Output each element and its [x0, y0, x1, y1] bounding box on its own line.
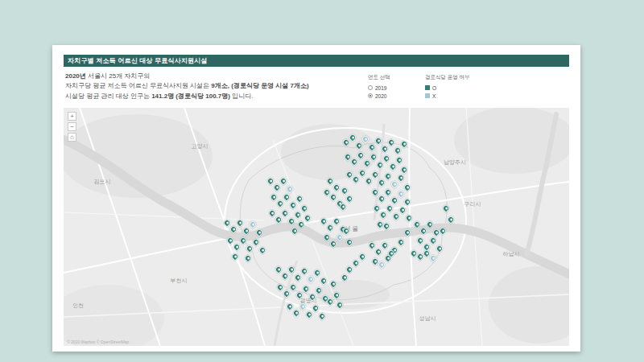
zoom-home-button[interactable]: ⌂ [68, 133, 76, 142]
city-label: 고양시 [192, 142, 208, 150]
summary-segment: 시설당 평균 관리 대상 인구는 [65, 93, 151, 100]
summary-line: 자치구당 평균 저소득 어르신 무료식사지원 시설은 9개소, (경로식당 운영… [65, 81, 569, 91]
year-filter: 연도 선택 20192020 [368, 74, 390, 100]
year-filter-options: 20192020 [368, 84, 390, 100]
summary-line: 2020년 서울시 25개 자치구의 [65, 72, 569, 81]
summary-segment: 2020년 [65, 72, 86, 80]
summary-segment: (경로식당 운영 시설 7개소) [229, 82, 309, 89]
summary-segment: 141.2명 (경로식당 100.7명) [151, 93, 230, 100]
desktop-background: 자치구별 저소득 어르신 대상 무료식사지원시설 2020년 서울시 25개 자… [0, 0, 644, 362]
dashboard-card: 자치구별 저소득 어르신 대상 무료식사지원시설 2020년 서울시 25개 자… [52, 45, 580, 352]
summary-text: 2020년 서울시 25개 자치구의자치구당 평균 저소득 어르신 무료식사지원… [65, 72, 569, 101]
city-label: 김포시 [94, 178, 111, 186]
year-option-2020[interactable]: 2020 [368, 92, 390, 100]
zoom-out-button[interactable]: − [68, 122, 76, 131]
summary-segment: 자치구당 평균 저소득 어르신 무료식사지원 시설은 [65, 82, 211, 89]
dashboard-title: 자치구별 저소득 어르신 대상 무료식사지원시설 [68, 57, 208, 64]
city-label: 남양주시 [444, 158, 466, 167]
year-option-label: 2019 [375, 85, 386, 91]
city-label: 구리시 [464, 200, 481, 208]
summary-segment: 9개소, [211, 82, 229, 89]
cafeteria-legend-label: 경로식당 운영 여부 [425, 74, 470, 81]
city-label: 부천시 [171, 277, 188, 285]
legend-item-label: X [432, 93, 436, 99]
summary-segment: 입니다. [230, 93, 253, 100]
dashboard-title-bar: 자치구별 저소득 어르신 대상 무료식사지원시설 [64, 55, 569, 67]
summary-segment: 서울시 25개 자치구의 [86, 72, 151, 80]
zoom-in-button[interactable]: + [68, 112, 76, 121]
legend-item-label: O [432, 85, 436, 91]
radio-icon[interactable] [368, 93, 373, 98]
year-option-2019[interactable]: 2019 [368, 84, 390, 92]
year-option-label: 2020 [375, 93, 386, 99]
map-controls: +−⌂ [68, 112, 76, 142]
city-label: 성남시 [419, 315, 436, 323]
cafeteria-legend: 경로식당 운영 여부 OX [425, 74, 470, 100]
legend-swatch [425, 93, 430, 98]
cafeteria-legend-items: OX [425, 84, 470, 100]
city-label: 인천 [72, 302, 84, 310]
legend-item-X[interactable]: X [425, 92, 470, 100]
radio-icon[interactable] [368, 85, 373, 90]
map-attribution: © 2020 Mapbox © OpenStreetMap [67, 339, 129, 344]
summary-line: 시설당 평균 관리 대상 인구는 141.2명 (경로식당 100.7명) 입니… [65, 92, 569, 101]
map-area[interactable]: 고양시김포시인천부천시광명시성남시하남시구리시남양주시서울 +−⌂ © 2020… [64, 108, 569, 346]
legend-item-O[interactable]: O [425, 84, 470, 92]
city-label: 하남시 [503, 250, 520, 258]
year-filter-label: 연도 선택 [368, 74, 390, 81]
legend-swatch [425, 85, 430, 90]
